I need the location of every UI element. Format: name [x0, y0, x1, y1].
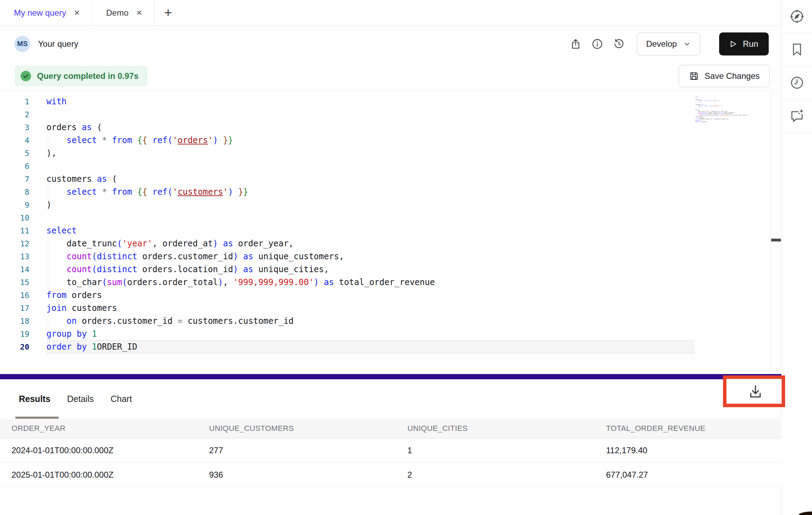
- query-header: MS Your query Develop Run: [0, 26, 781, 62]
- code-text: select: [46, 224, 695, 237]
- column-header: UNIQUE_CITIES: [407, 424, 606, 433]
- code-line[interactable]: 9): [0, 199, 695, 211]
- status-row: Query completed in 0.97s Save Changes: [0, 62, 781, 90]
- download-button[interactable]: [747, 383, 763, 400]
- line-number: 2: [0, 108, 29, 121]
- main-panel: My new query ✕ Demo ✕ + MS Your query: [0, 0, 781, 515]
- share-icon[interactable]: [570, 38, 582, 50]
- line-number: 3: [0, 121, 29, 134]
- close-icon[interactable]: ✕: [74, 9, 80, 17]
- tab-label: My new query: [14, 8, 66, 18]
- code-text: ): [46, 199, 695, 211]
- code-text: on orders.customer_id = customers.custom…: [46, 315, 695, 328]
- code-line[interactable]: 10: [0, 211, 695, 224]
- editor-minimap[interactable]: withorders as ( select * from {{ ref('or…: [695, 97, 771, 122]
- code-line[interactable]: 13 count(distinct orders.customer_id) as…: [0, 250, 695, 263]
- right-icon-sidebar: [782, 0, 812, 515]
- line-number: 13: [0, 250, 29, 263]
- header-actions: Develop Run: [570, 32, 769, 55]
- code-text: to_char(sum(orders.order_total), '999,99…: [46, 276, 695, 289]
- new-tab-button[interactable]: +: [155, 0, 182, 25]
- develop-button[interactable]: Develop: [637, 32, 700, 55]
- sidebar-item-bookmarks[interactable]: [782, 33, 812, 66]
- code-text: with: [46, 95, 695, 108]
- code-line[interactable]: 1with: [0, 95, 695, 108]
- code-text: date_trunc('year', ordered_at) as order_…: [46, 237, 695, 250]
- column-header: TOTAL_ORDER_REVENUE: [606, 424, 781, 433]
- line-number: 18: [0, 315, 29, 328]
- table-body: 2024-01-01T00:00:00.000Z2771112,179.4020…: [0, 438, 781, 487]
- code-line[interactable]: 12 date_trunc('year', ordered_at) as ord…: [0, 237, 695, 250]
- code-line[interactable]: 5),: [0, 147, 695, 160]
- line-number: 12: [0, 237, 29, 250]
- table-cell: 2025-01-01T00:00:00.000Z: [12, 470, 209, 480]
- results-tab-bar: Results Details Chart: [0, 379, 781, 419]
- play-icon: [728, 39, 737, 48]
- code-text: group by 1: [46, 328, 695, 341]
- tab-my-new-query[interactable]: My new query ✕: [0, 0, 92, 25]
- code-text: from orders: [46, 289, 695, 302]
- code-line[interactable]: 16from orders: [0, 289, 695, 302]
- code-text: join customers: [46, 302, 695, 315]
- code-line[interactable]: 14 count(distinct orders.location_id) as…: [0, 263, 695, 276]
- sidebar-item-history[interactable]: [782, 66, 812, 99]
- line-number: 7: [0, 173, 29, 186]
- code-editor[interactable]: 1with23orders as (4 select * from {{ ref…: [0, 91, 781, 374]
- code-text: ),: [46, 147, 695, 160]
- clock-icon: [789, 75, 805, 90]
- column-header: ORDER_YEAR: [12, 424, 209, 433]
- tab-demo[interactable]: Demo ✕: [92, 0, 155, 25]
- line-number: 16: [0, 289, 29, 302]
- bookmark-icon: [789, 42, 805, 57]
- chevron-down-icon: [683, 40, 691, 48]
- table-row[interactable]: 2024-01-01T00:00:00.000Z2771112,179.40: [0, 438, 781, 463]
- code-text: customers as (: [46, 173, 695, 186]
- editor-scrollbar[interactable]: [771, 91, 771, 374]
- tab-bar: My new query ✕ Demo ✕ +: [0, 0, 781, 26]
- line-number: 15: [0, 276, 29, 289]
- active-tab-underline: [15, 417, 59, 419]
- code-line[interactable]: 20order by 1ORDER_ID: [0, 341, 695, 353]
- code-line[interactable]: 15 to_char(sum(orders.order_total), '999…: [0, 276, 695, 289]
- code-line[interactable]: 18 on orders.customer_id = customers.cus…: [0, 315, 695, 328]
- code-lines: 1with23orders as (4 select * from {{ ref…: [0, 95, 695, 353]
- status-badge: Query completed in 0.97s: [15, 66, 148, 86]
- tab-chart[interactable]: Chart: [111, 394, 132, 404]
- code-text: select * from {{ ref('customers') }}: [46, 186, 695, 199]
- table-cell: 677,047.27: [606, 470, 781, 480]
- code-text: orders as (: [46, 121, 695, 134]
- line-number: 20: [0, 341, 29, 353]
- code-text: count(distinct orders.location_id) as un…: [46, 263, 695, 276]
- tab-results[interactable]: Results: [19, 394, 50, 404]
- code-line[interactable]: 7customers as (: [0, 173, 695, 186]
- code-line[interactable]: 3orders as (: [0, 121, 695, 134]
- code-line[interactable]: 8 select * from {{ ref('customers') }}: [0, 186, 695, 199]
- code-text: [46, 160, 695, 173]
- indent-guide: [48, 134, 48, 147]
- save-label: Save Changes: [705, 71, 760, 81]
- sidebar-item-explore[interactable]: [782, 0, 812, 33]
- chat-sparkle-icon: [789, 108, 805, 124]
- code-line[interactable]: 19group by 1: [0, 328, 695, 341]
- save-changes-button[interactable]: Save Changes: [679, 65, 770, 87]
- line-number: 11: [0, 224, 29, 237]
- code-text: order by 1ORDER_ID: [46, 341, 695, 353]
- history-icon[interactable]: [613, 38, 625, 50]
- panel-resize-handle[interactable]: [0, 374, 781, 379]
- tab-details[interactable]: Details: [67, 394, 94, 404]
- code-line[interactable]: 11select: [0, 224, 695, 237]
- run-button[interactable]: Run: [719, 32, 769, 55]
- info-icon[interactable]: [591, 38, 603, 50]
- close-icon[interactable]: ✕: [136, 9, 142, 17]
- avatar: MS: [14, 36, 30, 52]
- save-icon: [689, 71, 699, 81]
- code-line[interactable]: 6: [0, 160, 695, 173]
- code-line[interactable]: 2: [0, 108, 695, 121]
- editor-scrollbar-thumb[interactable]: [771, 239, 781, 241]
- code-line[interactable]: 17join customers: [0, 302, 695, 315]
- sidebar-item-ai-assistant[interactable]: [782, 99, 812, 133]
- code-text: count(distinct orders.customer_id) as un…: [46, 250, 695, 263]
- code-line[interactable]: 4 select * from {{ ref('orders') }}: [0, 134, 695, 147]
- indent-guide: [48, 186, 48, 199]
- table-row[interactable]: 2025-01-01T00:00:00.000Z9362677,047.27: [0, 463, 781, 487]
